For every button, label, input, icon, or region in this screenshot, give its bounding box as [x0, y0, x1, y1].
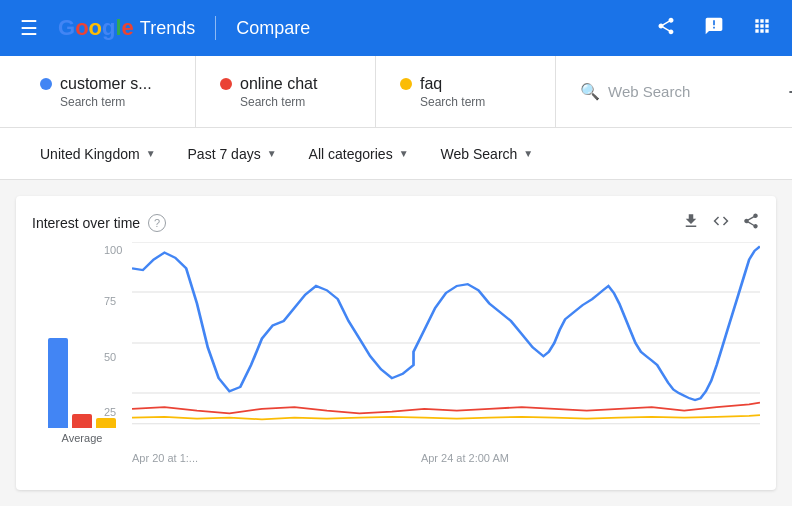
x-label-mid: Apr 24 at 2:00 AM — [421, 452, 509, 464]
header-divider — [215, 16, 216, 40]
filter-region-arrow: ▼ — [146, 148, 156, 159]
line-chart-svg — [132, 242, 760, 444]
search-term-2-top: online chat — [220, 75, 351, 93]
term-1-name: customer s... — [60, 75, 152, 93]
term-3-type: Search term — [400, 95, 531, 109]
logo-g: G — [58, 15, 75, 40]
filter-time-label: Past 7 days — [188, 146, 261, 162]
filter-bar: United Kingdom ▼ Past 7 days ▼ All categ… — [0, 128, 792, 180]
filter-region[interactable]: United Kingdom ▼ — [24, 140, 172, 168]
red-line — [132, 403, 760, 414]
chart-title-section: Interest over time ? — [32, 214, 166, 232]
chart-actions — [682, 212, 760, 234]
chart-title: Interest over time — [32, 215, 140, 231]
apps-icon[interactable] — [744, 8, 780, 49]
feedback-icon[interactable] — [696, 8, 732, 49]
filter-time[interactable]: Past 7 days ▼ — [172, 140, 293, 168]
dot-yellow — [400, 78, 412, 90]
header: ☰ Google Trends Compare — [0, 0, 792, 56]
term-3-name: faq — [420, 75, 442, 93]
search-term-1-top: customer s... — [40, 75, 171, 93]
avg-bar-red — [72, 414, 92, 428]
filter-time-arrow: ▼ — [267, 148, 277, 159]
avg-bar-blue — [48, 338, 68, 428]
yellow-line — [132, 415, 760, 419]
search-term-3-top: faq — [400, 75, 531, 93]
blue-line — [132, 246, 760, 400]
average-section: Average — [32, 242, 132, 464]
search-placeholder-text: Web Search — [608, 83, 690, 100]
filter-region-label: United Kingdom — [40, 146, 140, 162]
search-terms-bar: customer s... Search term online chat Se… — [0, 56, 792, 128]
dot-blue — [40, 78, 52, 90]
y-label-100: 100 — [104, 244, 122, 256]
logo-g2: g — [102, 15, 115, 40]
filter-category[interactable]: All categories ▼ — [293, 140, 425, 168]
search-term-1[interactable]: customer s... Search term — [16, 56, 196, 127]
chart-card: Interest over time ? — [16, 196, 776, 490]
chart-share-icon[interactable] — [742, 212, 760, 234]
logo-o2: o — [89, 15, 102, 40]
search-term-3[interactable]: faq Search term — [376, 56, 556, 127]
share-icon[interactable] — [648, 8, 684, 49]
y-label-50: 50 — [104, 351, 116, 363]
trends-label: Trends — [140, 18, 195, 39]
filter-category-label: All categories — [309, 146, 393, 162]
download-icon[interactable] — [682, 212, 700, 234]
logo: Google Trends — [58, 15, 195, 41]
term-1-type: Search term — [40, 95, 171, 109]
search-term-2[interactable]: online chat Search term — [196, 56, 376, 127]
help-icon[interactable]: ? — [148, 214, 166, 232]
compare-label: Compare — [236, 18, 310, 39]
avg-bar-yellow — [96, 418, 116, 428]
logo-e: e — [122, 15, 134, 40]
search-placeholder-icon: 🔍 — [580, 82, 600, 101]
term-2-type: Search term — [220, 95, 351, 109]
menu-icon[interactable]: ☰ — [12, 8, 46, 48]
search-term-4-empty[interactable]: 🔍 Web Search — [556, 56, 756, 127]
filter-category-arrow: ▼ — [399, 148, 409, 159]
chart-header: Interest over time ? — [32, 212, 760, 234]
chart-area: Average 100 75 50 25 — [32, 242, 760, 464]
term-2-name: online chat — [240, 75, 317, 93]
avg-label: Average — [62, 432, 103, 444]
embed-icon[interactable] — [712, 212, 730, 234]
x-label-left: Apr 20 at 1:... — [132, 452, 198, 464]
line-chart-section: 100 75 50 25 — [132, 242, 760, 464]
logo-o1: o — [75, 15, 88, 40]
filter-search-type-label: Web Search — [441, 146, 518, 162]
dot-red — [220, 78, 232, 90]
main-content: Interest over time ? — [0, 180, 792, 506]
add-term-button[interactable]: + — [756, 56, 792, 127]
filter-search-type[interactable]: Web Search ▼ — [425, 140, 550, 168]
filter-search-type-arrow: ▼ — [523, 148, 533, 159]
y-label-75: 75 — [104, 295, 116, 307]
y-label-25: 25 — [104, 406, 116, 418]
